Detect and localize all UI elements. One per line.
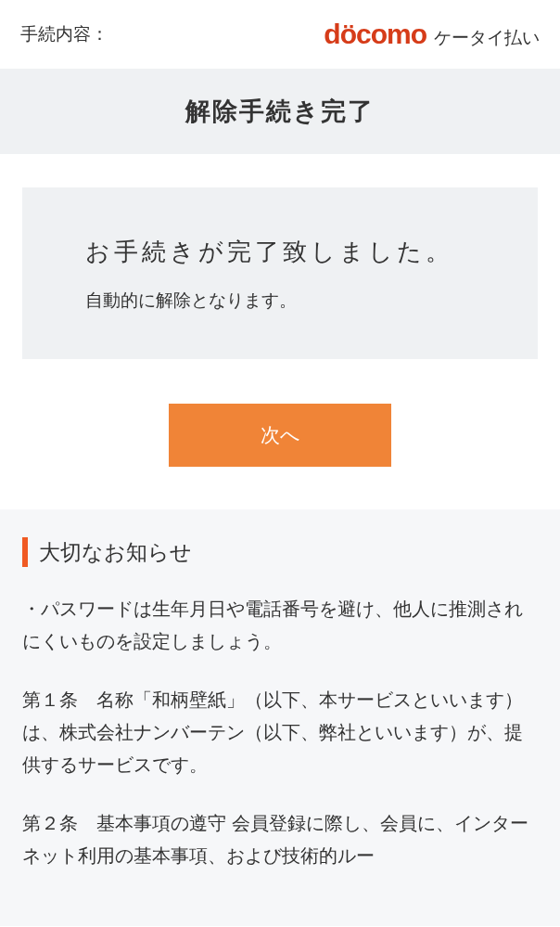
button-area: 次へ (22, 404, 538, 467)
content-section: お手続きが完了致しました。 自動的に解除となります。 次へ (0, 154, 560, 509)
payment-method-text: ケータイ払い (434, 26, 540, 50)
completion-message-main: お手続きが完了致しました。 (85, 234, 475, 270)
notice-heading-wrap: 大切なお知らせ (22, 537, 538, 567)
header-right: döcomo ケータイ払い (324, 19, 540, 50)
notice-body: ・パスワードは生年月日や電話番号を避け、他人に推測されにくいものを設定しましょう… (22, 593, 538, 872)
next-button[interactable]: 次へ (169, 404, 391, 467)
completion-message-box: お手続きが完了致しました。 自動的に解除となります。 (22, 187, 538, 359)
accent-bar-icon (22, 537, 28, 567)
page-title: 解除手続き完了 (0, 95, 560, 128)
notice-paragraph: ・パスワードは生年月日や電話番号を避け、他人に推測されにくいものを設定しましょう… (22, 593, 538, 658)
docomo-logo: döcomo (324, 19, 426, 50)
notice-paragraph: 第１条 名称「和柄壁紙」（以下、本サービスといいます）は、株式会社ナンバーテン（… (22, 684, 538, 781)
notice-section: 大切なお知らせ ・パスワードは生年月日や電話番号を避け、他人に推測されにくいもの… (0, 509, 560, 926)
notice-paragraph: 第２条 基本事項の遵守 会員登録に際し、会員に、インターネット利用の基本事項、お… (22, 807, 538, 872)
title-bar: 解除手続き完了 (0, 69, 560, 154)
completion-message-sub: 自動的に解除となります。 (85, 289, 475, 313)
header: 手続内容： döcomo ケータイ払い (0, 0, 560, 69)
procedure-label: 手続内容： (20, 22, 108, 46)
notice-heading: 大切なお知らせ (39, 538, 192, 567)
